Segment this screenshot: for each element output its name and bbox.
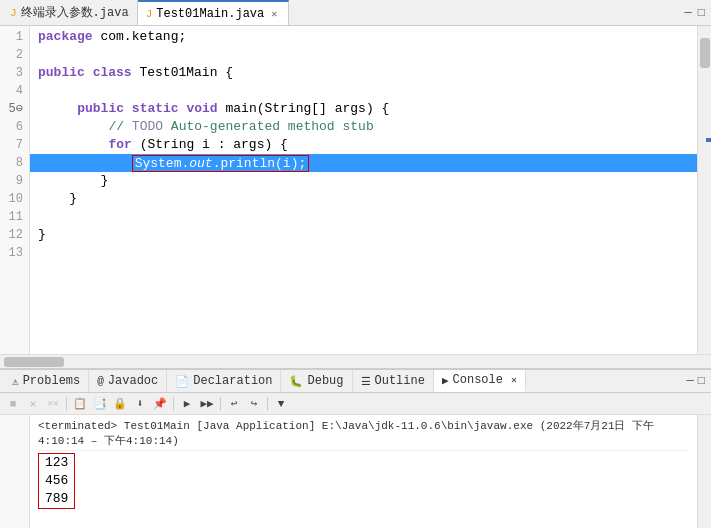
console-output[interactable]: <terminated> Test01Main [Java Applicatio… — [30, 415, 697, 528]
code-line-11 — [38, 208, 697, 226]
problems-icon: ⚠ — [12, 375, 19, 388]
console-status-text: <terminated> Test01Main [Java Applicatio… — [38, 420, 654, 447]
output-line-2: 456 — [45, 472, 68, 490]
outline-icon: ☰ — [361, 375, 371, 388]
panel-tab-declaration[interactable]: 📄 Declaration — [167, 370, 281, 392]
panel-tab-bar: ⚠ Problems @ Javadoc 📄 Declaration 🐛 Deb… — [0, 369, 711, 393]
code-line-7: for (String i : args) { — [38, 136, 697, 154]
panel-tabs: ⚠ Problems @ Javadoc 📄 Declaration 🐛 Deb… — [4, 370, 526, 392]
for-params: (String i : args) { — [140, 136, 288, 154]
panel-tab-console[interactable]: ▶ Console ✕ — [434, 370, 526, 392]
declaration-label: Declaration — [193, 374, 272, 388]
toolbar-run-last-btn[interactable]: ▶▶ — [198, 395, 216, 413]
debug-icon: 🐛 — [289, 375, 303, 388]
line-num-2: 2 — [16, 46, 23, 64]
line-num-11: 11 — [9, 208, 23, 226]
panel-bar-right: — □ — [687, 374, 711, 388]
closing-brace-3: } — [38, 226, 46, 244]
keyword-class: class — [93, 64, 132, 82]
scroll-indicator — [706, 138, 711, 142]
code-line-12: } — [38, 226, 697, 244]
editor-wrapper: 1 2 3 4 5⊖ 6 7 8 9 10 11 12 13 package c… — [0, 26, 711, 368]
toolbar-back-btn[interactable]: ↩ — [225, 395, 243, 413]
file-icon: J — [10, 7, 17, 19]
output-line-1: 123 — [45, 454, 68, 472]
tab-terminal-java[interactable]: J 终端录入参数.java — [2, 0, 138, 25]
toolbar-stop-btn[interactable]: ■ — [4, 395, 22, 413]
panel-tab-debug[interactable]: 🐛 Debug — [281, 370, 352, 392]
code-line-8: System.out.println(i); — [30, 154, 697, 172]
line-num-5: 5⊖ — [9, 100, 23, 118]
line-num-3: 3 — [16, 64, 23, 82]
package-name: com.ketang; — [100, 28, 186, 46]
scroll-thumb[interactable] — [700, 38, 710, 68]
console-result-bordered: 123 456 789 — [38, 453, 689, 509]
javadoc-label: Javadoc — [108, 374, 158, 388]
toolbar-scroll-end-btn[interactable]: ⬇ — [131, 395, 149, 413]
panel-tab-outline[interactable]: ☰ Outline — [353, 370, 434, 392]
toolbar-sep-4 — [267, 397, 268, 411]
line-num-13: 13 — [9, 244, 23, 262]
code-line-6: // TODO Auto-generated method stub — [38, 118, 697, 136]
maximize-button[interactable]: □ — [698, 6, 705, 20]
toolbar-forward-btn[interactable]: ↪ — [245, 395, 263, 413]
toolbar-settings-btn[interactable]: ▼ — [272, 395, 290, 413]
todo-text: TODO — [132, 119, 163, 134]
javadoc-icon: @ — [97, 375, 104, 387]
console-toolbar: ■ ✕ ✕✕ 📋 📑 🔒 ⬇ 📌 ▶ ▶▶ ↩ ↪ ▼ — [0, 393, 711, 415]
line-num-8: 8 — [16, 154, 23, 172]
keyword-public2: public — [77, 100, 124, 118]
tab-list: J 终端录入参数.java J Test01Main.java ✕ — [2, 0, 289, 25]
code-editor[interactable]: package com.ketang; public class Test01M… — [30, 26, 697, 354]
console-area: <terminated> Test01Main [Java Applicatio… — [0, 415, 711, 528]
toolbar-remove-btn[interactable]: ✕ — [24, 395, 42, 413]
panel-minimize-btn[interactable]: — — [687, 374, 694, 388]
code-line-5: public static void main(String[] args) { — [38, 100, 697, 118]
line-number-gutter: 1 2 3 4 5⊖ 6 7 8 9 10 11 12 13 — [0, 26, 30, 354]
h-scroll-thumb[interactable] — [4, 357, 64, 367]
toolbar-run-btn[interactable]: ▶ — [178, 395, 196, 413]
toolbar-sep-2 — [173, 397, 174, 411]
vertical-scrollbar[interactable] — [697, 26, 711, 354]
panel-tab-problems[interactable]: ⚠ Problems — [4, 370, 89, 392]
line-num-1: 1 — [16, 28, 23, 46]
code-line-1: package com.ketang; — [38, 28, 697, 46]
toolbar-copy-btn[interactable]: 📋 — [71, 395, 89, 413]
toolbar-scroll-lock-btn[interactable]: 🔒 — [111, 395, 129, 413]
tab-test01main-java[interactable]: J Test01Main.java ✕ — [138, 0, 290, 25]
code-line-2 — [38, 46, 697, 64]
console-gutter — [0, 415, 30, 528]
code-line-9: } — [38, 172, 697, 190]
keyword-void: void — [186, 100, 217, 118]
toolbar-sep-3 — [220, 397, 221, 411]
code-indent — [38, 154, 132, 172]
minimize-button[interactable]: — — [685, 6, 692, 20]
outline-label: Outline — [375, 374, 425, 388]
tab-close-button[interactable]: ✕ — [268, 7, 280, 21]
horizontal-scrollbar[interactable] — [0, 354, 711, 368]
console-scrollbar[interactable] — [697, 415, 711, 528]
tab-label-test01main: Test01Main.java — [156, 7, 264, 21]
toolbar-paste-btn[interactable]: 📑 — [91, 395, 109, 413]
panel-maximize-btn[interactable]: □ — [698, 374, 705, 388]
toolbar-remove-all-btn[interactable]: ✕✕ — [44, 395, 62, 413]
panel-tab-javadoc[interactable]: @ Javadoc — [89, 370, 167, 392]
line-num-7: 7 — [16, 136, 23, 154]
comment-line: // TODO Auto-generated method stub — [108, 118, 373, 136]
problems-label: Problems — [23, 374, 81, 388]
tab-bar-controls: — □ — [685, 6, 711, 20]
output-line-3: 789 — [45, 490, 68, 508]
code-line-10: } — [38, 190, 697, 208]
keyword-package: package — [38, 28, 93, 46]
console-close-icon[interactable]: ✕ — [511, 374, 517, 386]
line-num-6: 6 — [16, 118, 23, 136]
declaration-icon: 📄 — [175, 375, 189, 388]
line-num-10: 10 — [9, 190, 23, 208]
file-icon-active: J — [146, 8, 153, 20]
closing-brace-1: } — [38, 172, 108, 190]
tab-label-terminal: 终端录入参数.java — [21, 4, 129, 21]
keyword-static: static — [132, 100, 179, 118]
code-line-4 — [38, 82, 697, 100]
line-num-12: 12 — [9, 226, 23, 244]
toolbar-pin-btn[interactable]: 📌 — [151, 395, 169, 413]
